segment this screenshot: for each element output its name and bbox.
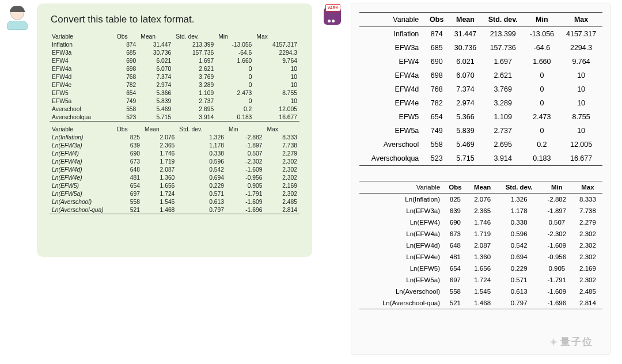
cell-value: -0.956 (226, 173, 265, 181)
table-header-row: Variable Obs Mean Std. dev. Min Max (50, 32, 299, 40)
cell-value: 3.289 (173, 81, 216, 89)
cell-value: 690 (115, 56, 138, 65)
cell-value: 523 (424, 151, 449, 166)
cell-value: 2.302 (573, 228, 602, 240)
table-row: Inflation87431.447213.399-13.0564157.317 (359, 27, 602, 41)
cell-value: 481 (443, 251, 468, 263)
cell-value: 2.485 (265, 198, 299, 206)
cell-value: 0.2 (524, 138, 560, 151)
cell-value: 685 (424, 41, 449, 55)
table-row: EFW4d7687.3743.769010 (359, 82, 602, 96)
cell-value: 3.769 (482, 82, 524, 96)
cell-variable: Ln(EFW4e) (50, 173, 115, 181)
cell-value: 2.485 (573, 286, 602, 297)
col-max: Max (573, 181, 602, 194)
col-min: Min (524, 13, 560, 27)
cell-value: 16.677 (254, 113, 299, 122)
cell-value: 9.764 (254, 56, 299, 65)
cell-value: 654 (115, 89, 138, 97)
cell-value: 1.656 (468, 263, 498, 274)
table-row: Ln(EFW5a)6971.7240.571-1.7912.302 (50, 189, 299, 198)
cell-value: 4157.317 (560, 27, 602, 41)
table-row: Ln(Inflation)8252.0761.326-2.8828.333 (50, 133, 299, 141)
cell-value: 0 (216, 73, 254, 81)
cell-value: 2.087 (468, 240, 498, 251)
cell-value: 768 (424, 82, 449, 96)
cell-value: 30.736 (449, 41, 482, 55)
cell-value: 2.974 (449, 96, 482, 110)
cell-value: 4157.317 (254, 40, 299, 48)
cell-variable: EFW4a (50, 65, 115, 73)
table-row: Ln(EFW4d)6482.0870.542-1.6092.302 (50, 165, 299, 173)
watermark-icon: ✦ (549, 336, 559, 348)
cell-value: 0.694 (177, 173, 226, 181)
col-mean: Mean (142, 125, 177, 133)
cell-value: 2.076 (142, 133, 177, 141)
cell-value: -13.056 (216, 40, 254, 48)
cell-value: 2.737 (482, 124, 524, 138)
user-avatar (5, 5, 30, 30)
table-row: Ln(Averschool-qua)5211.4680.797-1.6962.8… (50, 206, 299, 214)
cell-value: 1.545 (468, 286, 498, 297)
cell-value: 0.613 (177, 198, 226, 206)
cell-variable: Inflation (359, 27, 424, 41)
cell-value: 558 (115, 198, 142, 206)
cell-variable: Ln(EFW5a) (359, 274, 443, 286)
cell-value: 213.399 (482, 27, 524, 41)
cell-value: 7.374 (138, 73, 173, 81)
cell-value: 157.736 (173, 48, 216, 56)
cell-value: 7.374 (449, 82, 482, 96)
cell-value: 5.715 (138, 113, 173, 122)
cell-value: 5.839 (449, 124, 482, 138)
cell-value: 1.724 (142, 189, 177, 198)
cell-value: 521 (443, 297, 468, 309)
cell-value: 10 (560, 124, 602, 138)
cell-variable: EFW4e (359, 96, 424, 110)
cell-variable: Ln(EFW4) (50, 149, 115, 157)
table-row: EFW3a68530.736157.736-64.62294.3 (359, 41, 602, 55)
table-row: EFW4a6986.0702.621010 (50, 65, 299, 73)
cell-value: -64.6 (524, 41, 560, 55)
table-row: Ln(Averschool-qua)5211.4680.797-1.6962.8… (359, 297, 602, 309)
cell-value: 2.169 (573, 263, 602, 274)
col-max: Max (254, 32, 299, 40)
col-variable: Variable (359, 181, 443, 194)
cell-variable: Averschool (50, 105, 115, 113)
cell-value: 10 (254, 65, 299, 73)
table-header-row: Variable Obs Mean Std. dev. Min Max (50, 125, 299, 133)
cell-value: 30.736 (138, 48, 173, 56)
col-obs: Obs (115, 125, 142, 133)
cell-variable: Ln(EFW5) (50, 181, 115, 189)
cell-value: 0.338 (498, 217, 541, 228)
col-min: Min (541, 181, 573, 194)
cell-value: 2.279 (265, 149, 299, 157)
cell-value: 697 (115, 189, 142, 198)
col-min: Min (216, 32, 254, 40)
rendered-table-levels: Variable Obs Mean Std. dev. Min Max Infl… (359, 12, 602, 166)
table-row: Ln(EFW5a)6971.7240.571-1.7912.302 (359, 274, 602, 286)
cell-value: 6.021 (449, 55, 482, 69)
cell-value: 1.109 (482, 110, 524, 124)
cell-value: 2.974 (138, 81, 173, 89)
cell-value: 31.447 (449, 27, 482, 41)
cell-value: 0.338 (177, 149, 226, 157)
cell-value: 2294.3 (560, 41, 602, 55)
cell-value: -2.882 (226, 133, 265, 141)
table-row: Ln(EFW3a)6392.3651.178-1.8977.738 (359, 205, 602, 217)
table-row: Averschool5585.4692.6950.212.005 (50, 105, 299, 113)
cell-value: 2294.3 (254, 48, 299, 56)
table-row: EFW46906.0211.6971.6609.764 (50, 56, 299, 65)
cell-value: 2.473 (524, 110, 560, 124)
cell-value: 8.333 (573, 194, 602, 206)
cell-value: 0 (216, 81, 254, 89)
cell-value: 825 (115, 133, 142, 141)
cell-value: 648 (443, 240, 468, 251)
cell-value: 2.365 (468, 205, 498, 217)
cell-value: 0.905 (541, 263, 573, 274)
table-row: Ln(EFW5)6541.6560.2290.9052.169 (50, 181, 299, 189)
cell-value: 690 (443, 217, 468, 228)
cell-value: 0.229 (177, 181, 226, 189)
table-row: Averschoolqua5235.7153.9140.18316.677 (359, 151, 602, 166)
cell-value: 639 (443, 205, 468, 217)
cell-variable: EFW4a (359, 69, 424, 82)
